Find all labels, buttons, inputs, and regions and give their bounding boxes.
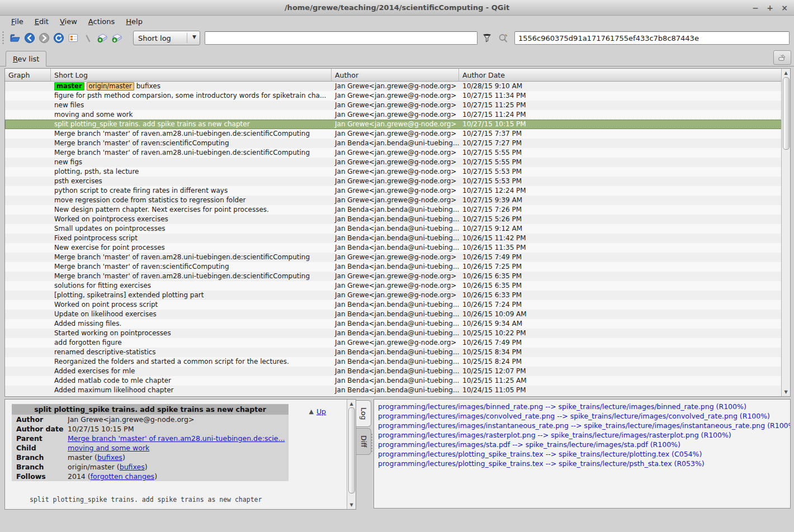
forward-button[interactable]	[37, 31, 51, 45]
commit-row[interactable]: Added exercises for mleJan Benda<jan.ben…	[5, 367, 782, 376]
commit-row[interactable]: Merge branch 'master' of raven:scientifi…	[5, 262, 782, 272]
commit-subject: move regression code from statistics to …	[51, 196, 332, 205]
wand-button[interactable]	[81, 31, 95, 45]
tab-rev-list[interactable]: Rev list	[6, 51, 46, 66]
commit-date: 10/27/15 9:39 AM	[459, 196, 782, 205]
scroll-up-icon[interactable]: ▲	[347, 400, 356, 407]
column-header-author[interactable]: Author	[332, 69, 459, 81]
detail-link[interactable]: bufixes	[120, 463, 145, 471]
commit-row[interactable]: Merge branch 'master' of raven.am28.uni-…	[5, 148, 782, 158]
commit-row[interactable]: masterorigin/masterbufixesJan Grewe<jan.…	[5, 82, 782, 91]
commit-row[interactable]: Worked on pointprocess exercisesJan Bend…	[5, 215, 782, 224]
up-link-label[interactable]: Up	[316, 407, 326, 416]
changed-file-entry[interactable]: programming/lectures/images/sta.pdf --> …	[374, 440, 790, 449]
tab-list-icon	[778, 54, 787, 61]
commit-row[interactable]: Started working on pointprocessesJan Ben…	[5, 329, 782, 338]
commit-date: 10/25/15 8:24 PM	[459, 357, 782, 367]
view-layout-icon	[68, 32, 79, 44]
changed-file-entry[interactable]: programming/lectures/images/convolved_ra…	[374, 411, 790, 421]
filter-input[interactable]	[205, 31, 478, 45]
window-title: /home/grewe/teaching/2014/scientificComp…	[0, 0, 794, 15]
commit-row[interactable]: Merge branch 'master' of raven.am28.uni-…	[5, 129, 782, 139]
commit-row[interactable]: Fixed pointprocess scriptJan Benda<jan.b…	[5, 234, 782, 243]
commit-row[interactable]: Merge branch 'master' of raven.am28.uni-…	[5, 253, 782, 262]
commit-row[interactable]: Added maximum likelihood chapterJan Bend…	[5, 386, 782, 395]
commit-row[interactable]: Small updates on pointprocessesJan Benda…	[5, 224, 782, 234]
detail-scrollbar[interactable]: ▲ ▼	[347, 400, 356, 509]
commit-row[interactable]: add forgotten figureJan Grewe<jan.grewe@…	[5, 338, 782, 348]
commit-date: 10/27/15 7:27 PM	[459, 139, 782, 148]
column-header-graph[interactable]: Graph	[5, 69, 51, 81]
commit-row[interactable]: new figsJan Grewe<jan.grewe@g-node.org>1…	[5, 158, 782, 167]
commit-author: Jan Benda<jan.benda@uni-tuebing...	[332, 234, 459, 243]
commit-row[interactable]: New exercise for point processesJan Bend…	[5, 243, 782, 253]
menu-help[interactable]: Help	[120, 16, 148, 28]
rev-list-scrollbar[interactable]: ▲ ▼	[781, 69, 790, 396]
refresh-button[interactable]	[51, 31, 66, 45]
changed-file-entry[interactable]: programming/lectures/plotting_spike_trai…	[374, 459, 790, 468]
changed-file-entry[interactable]: programming/lectures/images/binned_rate.…	[374, 402, 790, 411]
up-link[interactable]: ▲ Up	[309, 407, 326, 416]
detail-link[interactable]: bufixes	[97, 453, 122, 462]
commit-row[interactable]: psth exercisesJan Grewe<jan.grewe@g-node…	[5, 177, 782, 186]
minimize-button[interactable]: −	[752, 4, 759, 12]
column-header-author-date[interactable]: Author Date	[459, 69, 790, 81]
commit-row[interactable]: Merge branch 'master' of raven:scientifi…	[5, 139, 782, 148]
commit-row[interactable]: Reorganized the folders and started a co…	[5, 357, 782, 367]
maximize-button[interactable]: +	[766, 4, 774, 12]
commit-row[interactable]: renamed descriptive-statisticsJan Benda<…	[5, 348, 782, 357]
commit-subject: psth exercises	[51, 177, 332, 186]
commit-row[interactable]: New design pattern chapter. Next exercis…	[5, 205, 782, 215]
scroll-down-icon[interactable]: ▼	[347, 501, 356, 509]
sha-input[interactable]	[514, 31, 790, 45]
menu-edit[interactable]: Edit	[29, 16, 54, 28]
scroll-up-icon[interactable]: ▲	[782, 69, 790, 77]
commit-row[interactable]: split plotting_spike trains. add spike t…	[5, 120, 782, 129]
detail-link[interactable]: moving and some work	[68, 444, 149, 452]
changed-file-entry[interactable]: programming/lectures/images/instantaneou…	[374, 421, 790, 430]
changed-file-entry[interactable]: programming/lectures/plotting_spike_trai…	[374, 449, 790, 459]
open-repo-button[interactable]	[8, 31, 22, 45]
menu-actions[interactable]: Actions	[83, 16, 121, 28]
scroll-down-icon[interactable]: ▼	[782, 388, 790, 396]
commit-row[interactable]: plotting, psth, sta lectureJan Grewe<jan…	[5, 167, 782, 177]
format-patch-button[interactable]	[110, 31, 124, 45]
commit-row[interactable]: Worked on point process scriptJan Benda<…	[5, 300, 782, 310]
commit-row[interactable]: [plotting, spiketrains] extended plottin…	[5, 291, 782, 300]
commit-row[interactable]: Added matlab code to mle chapterJan Bend…	[5, 376, 782, 386]
view-layout-button[interactable]	[66, 31, 81, 45]
tab-list-button[interactable]	[773, 50, 791, 65]
commit-row[interactable]: solutions for fitting exercisesJan Grewe…	[5, 281, 782, 291]
filter-tool-button[interactable]	[480, 31, 494, 45]
side-tab-diff[interactable]: Diff	[356, 428, 371, 455]
menu-view[interactable]: View	[54, 16, 83, 28]
menu-file[interactable]: File	[6, 16, 29, 28]
detail-link[interactable]: Merge branch 'master' of raven.am28.uni-…	[68, 434, 285, 443]
toolbar-drag-handle[interactable]	[2, 31, 4, 45]
commit-author: Jan Grewe<jan.grewe@g-node.org>	[332, 177, 459, 186]
commit-date: 10/27/15 5:53 PM	[459, 177, 782, 186]
splitter-handle[interactable]	[371, 433, 373, 452]
detail-link[interactable]: forgotten changes	[91, 472, 154, 481]
scrollbar-thumb[interactable]	[348, 407, 355, 493]
commit-row[interactable]: python script to create firing rates in …	[5, 186, 782, 196]
commit-row[interactable]: moving and some workJan Grewe<jan.grewe@…	[5, 110, 782, 120]
back-button[interactable]	[22, 31, 37, 45]
apply-patch-button[interactable]	[95, 31, 110, 45]
detail-value: origin/master (bufixes)	[68, 463, 286, 471]
commit-row[interactable]: Update on likelihood exercisesJan Benda<…	[5, 310, 782, 319]
scrollbar-thumb[interactable]	[783, 77, 790, 150]
commit-row[interactable]: Added missing files.Jan Benda<jan.benda@…	[5, 319, 782, 329]
column-header-short-log[interactable]: Short Log	[51, 69, 332, 81]
changed-file-entry[interactable]: programming/lectures/images/rasterplot.p…	[374, 430, 790, 440]
close-button[interactable]: ×	[781, 4, 788, 12]
commit-row[interactable]: move regression code from statistics to …	[5, 196, 782, 205]
commit-row[interactable]: Merge branch 'master' of raven.am28.uni-…	[5, 272, 782, 281]
highlight-search-button[interactable]	[497, 31, 510, 45]
side-tab-log[interactable]: Log	[356, 400, 371, 427]
commit-row[interactable]: figure for psth method comparsion, some …	[5, 91, 782, 101]
apply-patch-icon	[96, 32, 108, 44]
log-view-select[interactable]: Short log ▼	[133, 31, 200, 45]
commit-row[interactable]: new filesJan Grewe<jan.grewe@g-node.org>…	[5, 101, 782, 110]
ref-badge: origin/master	[87, 82, 134, 91]
